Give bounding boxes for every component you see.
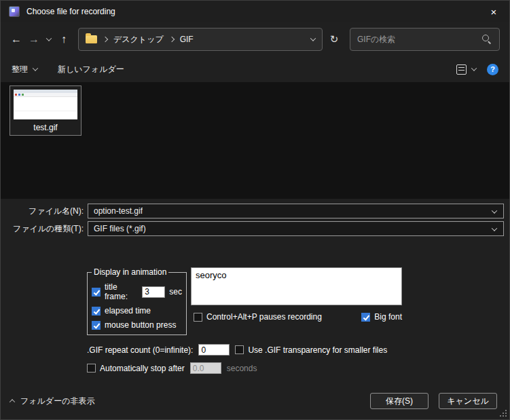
- back-arrow-icon: ←: [11, 33, 22, 45]
- breadcrumb-item-gif[interactable]: GIF: [180, 35, 194, 44]
- dialog-buttons: 保存(S) キャンセル: [370, 393, 497, 409]
- toolbar-right: ?: [456, 64, 498, 75]
- cancel-button-label: キャンセル: [447, 396, 488, 407]
- refresh-button[interactable]: ↻: [324, 29, 344, 50]
- save-button[interactable]: 保存(S): [370, 393, 429, 409]
- forward-arrow-icon: →: [29, 33, 39, 45]
- up-arrow-icon: ↑: [61, 33, 67, 45]
- mouse-button-row: mouse button press: [92, 320, 182, 330]
- folder-icon: [86, 35, 97, 43]
- big-font-checkbox[interactable]: [361, 313, 370, 322]
- file-thumbnail: [14, 90, 77, 119]
- filename-label: ファイル名(N):: [1, 206, 84, 217]
- options-top-row: Display in animation title frame: sec el…: [87, 267, 467, 335]
- titlebar: Choose file for recording ×: [1, 1, 509, 22]
- dialog-footer: フォルダーの非表示 保存(S) キャンセル: [1, 387, 509, 419]
- elapsed-time-checkbox[interactable]: [92, 307, 101, 316]
- auto-stop-row: Automatically stop after seconds: [87, 362, 467, 374]
- help-icon[interactable]: ?: [487, 64, 498, 75]
- file-list-area[interactable]: test.gif: [1, 82, 509, 199]
- hide-folders-button[interactable]: フォルダーの非表示: [10, 396, 94, 407]
- auto-stop-checkbox[interactable]: [87, 364, 96, 373]
- filetype-combobox[interactable]: GIF files (*.gif): [88, 221, 504, 236]
- close-icon: ×: [491, 6, 497, 18]
- new-folder-label: 新しいフォルダー: [58, 64, 124, 75]
- file-name-label: test.gif: [14, 123, 77, 132]
- thumbnail-dot: [15, 94, 17, 96]
- up-button[interactable]: ↑: [55, 30, 73, 49]
- mouse-button-checkbox[interactable]: [92, 321, 101, 330]
- pause-checkbox[interactable]: [194, 313, 202, 322]
- breadcrumb-item-desktop[interactable]: デスクトップ: [113, 34, 164, 45]
- filetype-row: ファイルの種類(T): GIF files (*.gif): [1, 221, 504, 236]
- thumbnail-body: [14, 97, 77, 119]
- auto-stop-label: Automatically stop after: [100, 364, 185, 373]
- address-bar[interactable]: デスクトップ GIF: [78, 28, 323, 51]
- organize-label: 整理: [12, 64, 28, 75]
- repeat-count-input[interactable]: [198, 344, 230, 356]
- elapsed-time-row: elapsed time: [92, 306, 182, 316]
- title-frame-text-input[interactable]: seoryco: [191, 267, 402, 305]
- navigation-bar: ← → ↑ デスクトップ GIF ↻: [1, 22, 509, 56]
- auto-stop-option[interactable]: Automatically stop after: [87, 364, 185, 373]
- save-button-label: 保存(S): [386, 396, 413, 407]
- chevron-down-icon[interactable]: [492, 225, 497, 231]
- elapsed-time-label: elapsed time: [105, 306, 151, 316]
- organize-button[interactable]: 整理: [12, 64, 37, 75]
- title-frame-unit: sec: [169, 287, 182, 297]
- chevron-right-icon: [103, 37, 108, 42]
- view-mode-icon: [456, 64, 467, 75]
- chevron-down-icon: [46, 35, 52, 41]
- chevron-right-icon: [168, 37, 174, 42]
- close-button[interactable]: ×: [478, 1, 509, 22]
- transparency-checkbox[interactable]: [235, 345, 244, 354]
- pause-option[interactable]: Control+Alt+P pauses recording: [194, 312, 322, 322]
- chevron-down-icon: [33, 65, 38, 71]
- thumbnail-dot: [18, 94, 20, 96]
- title-frame-label: title frame:: [105, 282, 138, 301]
- title-frame-input[interactable]: [142, 286, 165, 298]
- pause-label: Control+Alt+P pauses recording: [206, 312, 322, 322]
- repeat-count-row: .GIF repeat count (0=infinite): Use .GIF…: [87, 344, 467, 356]
- new-folder-button[interactable]: 新しいフォルダー: [58, 64, 124, 75]
- forward-button[interactable]: →: [25, 30, 43, 49]
- search-input[interactable]: [357, 35, 481, 44]
- thumbnail-dot: [22, 94, 24, 96]
- view-mode-button[interactable]: [456, 64, 476, 75]
- chevron-down-icon: [471, 65, 477, 71]
- chevron-down-icon[interactable]: [492, 208, 497, 213]
- mouse-button-label: mouse button press: [105, 320, 176, 330]
- title-frame-checkbox[interactable]: [92, 288, 101, 297]
- filename-value: option-test.gif: [94, 206, 143, 216]
- save-file-dialog: Choose file for recording × ← → ↑ デスクトップ…: [0, 0, 510, 420]
- chevron-down-icon[interactable]: [310, 35, 316, 41]
- command-toolbar: 整理 新しいフォルダー ?: [1, 56, 509, 82]
- resize-grip[interactable]: [500, 410, 507, 417]
- app-icon: [9, 6, 20, 17]
- refresh-icon: ↻: [330, 33, 339, 45]
- filename-row: ファイル名(N): option-test.gif: [1, 204, 504, 218]
- file-fields: ファイル名(N): option-test.gif ファイルの種類(T): GI…: [1, 199, 509, 236]
- hide-folders-label: フォルダーの非表示: [20, 396, 94, 407]
- auto-stop-unit: seconds: [227, 364, 257, 373]
- transparency-label: Use .GIF transparency for smaller files: [248, 345, 387, 355]
- recent-locations-button[interactable]: [43, 30, 55, 49]
- auto-stop-input[interactable]: [190, 362, 221, 374]
- search-box[interactable]: [350, 28, 500, 51]
- pause-bigfont-row: Control+Alt+P pauses recording Big font: [191, 312, 402, 322]
- group-title: Display in animation: [92, 267, 168, 277]
- cancel-button[interactable]: キャンセル: [439, 393, 497, 409]
- search-icon: [481, 34, 492, 45]
- options-right-column: seoryco Control+Alt+P pauses recording B…: [191, 267, 402, 322]
- back-button[interactable]: ←: [7, 30, 25, 49]
- display-in-animation-group: Display in animation title frame: sec el…: [87, 267, 187, 335]
- repeat-count-label: .GIF repeat count (0=infinite):: [87, 345, 193, 355]
- recording-options: Display in animation title frame: sec el…: [87, 267, 467, 374]
- big-font-option[interactable]: Big font: [361, 312, 402, 322]
- file-item[interactable]: test.gif: [10, 85, 81, 136]
- filename-combobox[interactable]: option-test.gif: [88, 204, 504, 218]
- filetype-label: ファイルの種類(T):: [1, 223, 84, 235]
- chevron-up-icon: [10, 399, 15, 404]
- window-title: Choose file for recording: [26, 7, 115, 16]
- transparency-option[interactable]: Use .GIF transparency for smaller files: [235, 345, 387, 355]
